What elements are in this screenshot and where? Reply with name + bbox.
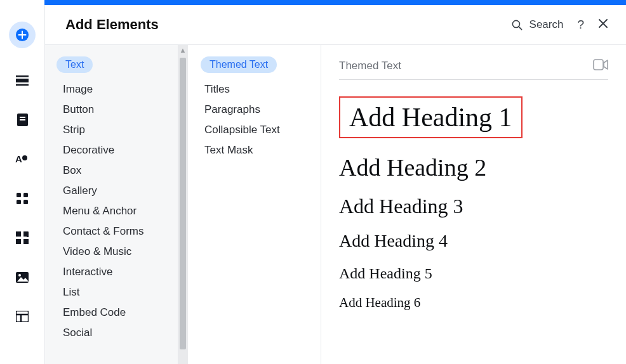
svg-rect-9 <box>23 193 28 197</box>
top-accent-bar <box>44 0 626 5</box>
category-item[interactable]: Gallery <box>57 181 188 201</box>
heading-preset-6[interactable]: Add Heading 6 <box>339 296 608 310</box>
plus-icon <box>15 28 29 42</box>
subcategory-item-themed[interactable]: Themed Text <box>201 56 277 73</box>
svg-rect-13 <box>16 239 21 244</box>
svg-rect-10 <box>17 200 21 204</box>
layout-icon[interactable] <box>15 309 29 323</box>
subcategory-item[interactable]: Titles <box>201 79 308 100</box>
heading-preset-4[interactable]: Add Heading 4 <box>339 231 608 251</box>
subcategory-item[interactable]: Text Mask <box>201 140 308 160</box>
svg-rect-21 <box>594 60 603 70</box>
category-item[interactable]: Button <box>57 100 188 120</box>
heading-preset-5[interactable]: Add Heading 5 <box>339 265 608 282</box>
svg-rect-3 <box>16 84 29 86</box>
search-icon <box>511 19 523 31</box>
design-icon[interactable]: A <box>15 152 29 166</box>
category-item[interactable]: Interactive <box>57 262 188 282</box>
panel-header: Add Elements Search ? <box>45 5 626 45</box>
category-item[interactable]: Image <box>57 79 188 100</box>
video-tutorial-button[interactable] <box>593 59 608 73</box>
close-button[interactable] <box>598 18 608 32</box>
media-icon[interactable] <box>15 270 29 284</box>
category-column: Text Image Button Strip Decorative Box G… <box>45 45 188 364</box>
preview-title: Themed Text <box>339 60 401 72</box>
heading-preset-3[interactable]: Add Heading 3 <box>339 195 608 218</box>
subcategory-item[interactable]: Paragraphs <box>201 100 308 120</box>
svg-rect-12 <box>16 231 21 237</box>
add-button[interactable] <box>9 22 36 48</box>
help-button[interactable]: ? <box>577 18 584 32</box>
video-icon <box>593 59 608 70</box>
category-item[interactable]: Strip <box>57 120 188 140</box>
svg-rect-11 <box>23 200 28 204</box>
left-rail: A <box>0 5 44 364</box>
svg-rect-5 <box>20 117 25 118</box>
category-item[interactable]: Menu & Anchor <box>57 201 188 221</box>
plugin-icon[interactable] <box>15 231 29 245</box>
scrollbar-thumb[interactable] <box>180 58 186 349</box>
apps-icon[interactable] <box>15 192 29 205</box>
search-label: Search <box>529 18 564 31</box>
svg-rect-8 <box>17 193 21 197</box>
close-icon <box>598 18 608 29</box>
search-button[interactable]: Search <box>511 18 564 31</box>
category-item[interactable]: Video & Music <box>57 242 188 262</box>
scrollbar[interactable]: ▲ <box>178 45 188 364</box>
category-item[interactable]: Decorative <box>57 140 188 160</box>
svg-point-15 <box>18 274 21 276</box>
heading-preset-2[interactable]: Add Heading 2 <box>339 155 608 181</box>
subcategory-column: Themed Text Titles Paragraphs Collapsibl… <box>188 45 321 364</box>
page-icon[interactable] <box>15 113 29 127</box>
category-item[interactable]: Embed Code <box>57 302 188 323</box>
category-item-text[interactable]: Text <box>57 56 93 73</box>
category-item[interactable]: List <box>57 282 188 302</box>
svg-rect-2 <box>16 79 29 82</box>
svg-rect-1 <box>16 75 29 77</box>
subcategory-item[interactable]: Collapsible Text <box>201 120 308 140</box>
preview-column: Themed Text Add Heading 1 Add Heading 2 … <box>321 45 626 364</box>
section-icon[interactable] <box>15 74 29 88</box>
svg-rect-16 <box>16 311 29 322</box>
svg-line-20 <box>518 26 521 29</box>
scroll-up-arrow-icon: ▲ <box>180 46 187 54</box>
svg-text:A: A <box>15 153 22 164</box>
heading-preset-1[interactable]: Add Heading 1 <box>339 96 523 138</box>
category-item[interactable]: Box <box>57 160 188 181</box>
panel-title: Add Elements <box>65 16 511 33</box>
category-item[interactable]: Contact & Forms <box>57 221 188 242</box>
category-item[interactable]: Social <box>57 323 188 343</box>
svg-rect-6 <box>20 119 25 120</box>
